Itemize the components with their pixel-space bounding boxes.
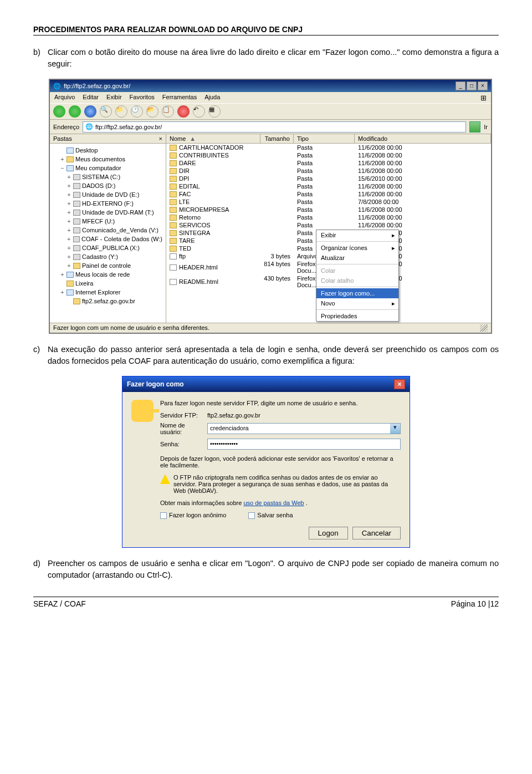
tree-item[interactable]: +Meus locais de rede	[53, 270, 162, 279]
save-password-checkbox[interactable]: Salvar senha	[248, 512, 293, 519]
tree-item[interactable]: +Unidade de DVD (E:)	[53, 190, 162, 199]
menu-ajuda[interactable]: Ajuda	[204, 94, 220, 101]
address-input[interactable]: 🌐 ftp://ftp2.sefaz.go.gov.br/	[83, 121, 466, 133]
tree-item[interactable]: +SISTEMA (C:)	[53, 172, 162, 181]
file-row[interactable]: SERVICOSPasta11/6/2008 00:00	[166, 221, 491, 229]
fld-icon	[170, 184, 177, 190]
file-row[interactable]: FACPasta11/6/2008 00:00	[166, 190, 491, 198]
footer-left: SEFAZ / COAF	[33, 599, 86, 608]
col-name[interactable]: Nome	[170, 135, 186, 142]
step-c-text: Na execução do passo anterior será apres…	[48, 344, 499, 367]
context-item[interactable]: Atualizar	[316, 253, 398, 263]
context-item[interactable]: Organizar ícones	[316, 243, 398, 253]
drv-icon	[73, 227, 80, 233]
file-row[interactable]: DIRPasta11/6/2008 00:00	[166, 167, 491, 175]
file-row[interactable]: DAREPasta11/6/2008 00:00	[166, 159, 491, 167]
col-mod[interactable]: Modificado	[355, 134, 491, 143]
dialog-close-button[interactable]: ×	[394, 379, 405, 389]
delete-button[interactable]	[177, 105, 190, 118]
logon-button[interactable]: Logon	[309, 527, 348, 539]
undo-button[interactable]: ↶	[193, 105, 205, 118]
move-button[interactable]: 📂	[146, 105, 158, 118]
step-d-text: Preencher os campos de usuário e senha e…	[48, 558, 499, 581]
dialog-titlebar[interactable]: Fazer logon como ×	[122, 376, 410, 392]
menu-editar[interactable]: Editar	[83, 94, 99, 101]
file-row[interactable]: CARTILHACONTADORPasta11/6/2008 00:00	[166, 144, 491, 151]
fld-icon	[170, 230, 177, 236]
step-b-letter: b)	[33, 47, 48, 70]
search-button[interactable]: 🔍	[100, 105, 112, 118]
tree-item[interactable]: +HD-EXTERNO (F:)	[53, 199, 162, 208]
cmp-icon	[66, 147, 74, 154]
drv-icon	[73, 236, 80, 242]
menu-exibir[interactable]: Exibir	[106, 94, 122, 101]
cmp-icon	[66, 272, 74, 278]
tree-item[interactable]: +Meus documentos	[53, 155, 162, 164]
resize-grip-icon[interactable]	[480, 324, 488, 332]
password-input[interactable]: •••••••••••••	[207, 439, 401, 450]
tree-item[interactable]: Lixeira	[53, 279, 162, 288]
file-icon	[170, 253, 177, 259]
file-row[interactable]: DPIPasta15/6/2010 00:00	[166, 175, 491, 182]
file-row[interactable]: LTEPasta7/8/2008 00:00	[166, 198, 491, 206]
cmp-icon	[66, 165, 74, 171]
anon-checkbox[interactable]: Fazer logon anônimo	[160, 512, 226, 519]
folder-tree[interactable]: Desktop+Meus documentos−Meu computador+S…	[50, 144, 166, 308]
file-row[interactable]: MICROEMPRESAPasta11/6/2008 00:00	[166, 206, 491, 213]
column-headers[interactable]: Nome▲ Tamanho Tipo Modificado	[166, 134, 491, 144]
copy-button[interactable]: 📋	[162, 105, 174, 118]
history-button[interactable]: 🕑	[131, 105, 143, 118]
tree-item[interactable]: +Comunicado_de_Venda (V:)	[53, 226, 162, 235]
context-item[interactable]: Exibir	[316, 230, 398, 240]
file-row[interactable]: EDITALPasta11/6/2008 00:00	[166, 182, 491, 190]
titlebar[interactable]: 🌐 ftp://ftp2.sefaz.go.gov.br/ _ □ ×	[50, 80, 491, 92]
tree-item[interactable]: +COAF_PUBLICA (X:)	[53, 243, 162, 252]
go-button[interactable]	[469, 121, 480, 133]
folders-button[interactable]: 📁	[115, 105, 127, 118]
up-button[interactable]	[84, 105, 96, 118]
maximize-button[interactable]: □	[467, 82, 477, 90]
tree-item[interactable]: +Unidade de DVD-RAM (T:)	[53, 208, 162, 217]
folders-close-icon[interactable]: ×	[159, 135, 162, 142]
file-icon	[170, 279, 177, 285]
col-size[interactable]: Tamanho	[260, 134, 294, 143]
cancel-button[interactable]: Cancelar	[352, 527, 401, 539]
tree-item[interactable]: +COAF - Coleta de Dados (W:)	[53, 235, 162, 243]
webdav-link[interactable]: uso de pastas da Web	[243, 500, 304, 506]
views-button[interactable]: ▦	[208, 105, 221, 118]
context-menu[interactable]: ExibirOrganizar íconesAtualizarColarCola…	[316, 230, 399, 322]
close-button[interactable]: ×	[478, 82, 488, 90]
forward-button[interactable]	[69, 105, 81, 118]
server-value: ftp2.sefaz.go.gov.br	[207, 412, 260, 419]
tree-item[interactable]: +Internet Explorer	[53, 288, 162, 297]
menu-arquivo[interactable]: Arquivo	[54, 94, 75, 101]
drv-icon	[73, 254, 80, 260]
context-item[interactable]: Fazer logon como...	[316, 288, 398, 298]
tree-item[interactable]: +Painel de controle	[53, 261, 162, 270]
tree-item[interactable]: −Meu computador	[53, 164, 162, 172]
context-item: Colar atalho	[316, 276, 398, 286]
login-dialog: Fazer logon como × Para fazer logon nest…	[122, 376, 410, 548]
fld-icon	[170, 152, 177, 159]
tree-item[interactable]: +MFECF (U:)	[53, 217, 162, 226]
col-type[interactable]: Tipo	[294, 134, 355, 143]
menu-favoritos[interactable]: Favoritos	[130, 94, 155, 101]
tree-item[interactable]: +Cadastro (Y:)	[53, 252, 162, 261]
menu-ferramentas[interactable]: Ferramentas	[162, 94, 197, 101]
tree-item[interactable]: ftp2.sefaz.go.gov.br	[53, 297, 162, 305]
dropdown-icon[interactable]: ▾	[390, 424, 400, 434]
drv-icon	[73, 192, 80, 198]
address-value: ftp://ftp2.sefaz.go.gov.br/	[95, 124, 162, 130]
back-button[interactable]	[53, 105, 65, 118]
drv-icon	[73, 201, 80, 207]
username-input[interactable]: credenciadora▾	[207, 423, 401, 434]
context-item[interactable]: Propriedades	[316, 311, 398, 321]
file-row[interactable]: RetornoPasta11/6/2008 00:00	[166, 213, 491, 221]
file-row[interactable]: CONTRIBUINTESPasta11/6/2008 00:00	[166, 151, 491, 159]
fld-icon	[170, 207, 177, 213]
context-item[interactable]: Novo	[316, 298, 398, 308]
tree-item[interactable]: +DADOS (D:)	[53, 181, 162, 190]
minimize-button[interactable]: _	[456, 82, 466, 90]
tree-item[interactable]: Desktop	[53, 146, 162, 155]
fld-icon	[170, 168, 177, 174]
